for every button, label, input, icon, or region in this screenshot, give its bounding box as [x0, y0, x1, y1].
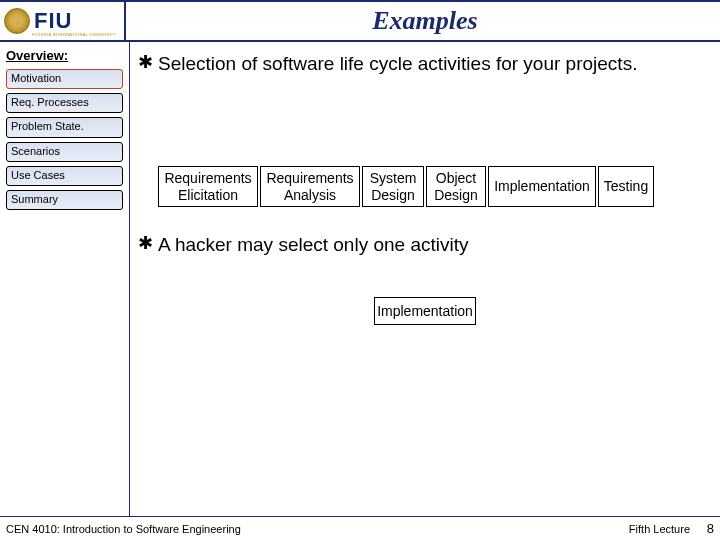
box-system-design: System Design [362, 166, 424, 208]
page-title: Examples [130, 6, 720, 36]
single-box-row: Implementation [138, 297, 712, 325]
bullet-icon: ✱ [138, 52, 158, 74]
body: Overview: Motivation Req. Processes Prob… [0, 42, 720, 516]
sidebar-item-problem-state[interactable]: Problem State. [6, 117, 123, 137]
header: FIU FLORIDA INTERNATIONAL UNIVERSITY Exa… [0, 0, 720, 42]
box-object-design: Object Design [426, 166, 486, 208]
bullet-icon: ✱ [138, 233, 158, 255]
box-req-elicitation: Requirements Elicitation [158, 166, 258, 208]
content: ✱ Selection of software life cycle activ… [130, 42, 720, 516]
bullet-row-1: ✱ Selection of software life cycle activ… [138, 52, 712, 76]
sidebar-item-summary[interactable]: Summary [6, 190, 123, 210]
sidebar-item-use-cases[interactable]: Use Cases [6, 166, 123, 186]
logo-subtext: FLORIDA INTERNATIONAL UNIVERSITY [32, 32, 117, 37]
university-seal-icon [4, 8, 30, 34]
activity-boxes-row: Requirements Elicitation Requirements An… [158, 166, 712, 208]
sidebar-title: Overview: [4, 48, 125, 63]
box-testing: Testing [598, 166, 654, 208]
header-divider [124, 2, 126, 40]
logo-area: FIU FLORIDA INTERNATIONAL UNIVERSITY [4, 8, 124, 34]
sidebar-item-req-processes[interactable]: Req. Processes [6, 93, 123, 113]
sidebar-item-scenarios[interactable]: Scenarios [6, 142, 123, 162]
box-req-analysis: Requirements Analysis [260, 166, 360, 208]
footer-right: Fifth Lecture [600, 523, 714, 535]
logo-text: FIU [34, 8, 72, 34]
sidebar-item-motivation[interactable]: Motivation [6, 69, 123, 89]
bullet-row-2: ✱ A hacker may select only one activity [138, 233, 712, 257]
footer-left: CEN 4010: Introduction to Software Engin… [6, 523, 600, 535]
footer: CEN 4010: Introduction to Software Engin… [0, 516, 720, 540]
box-implementation: Implementation [488, 166, 596, 208]
footer-page-number: 8 [707, 521, 714, 536]
bullet-text-1: Selection of software life cycle activit… [158, 52, 637, 76]
box-implementation-single: Implementation [374, 297, 476, 325]
bullet-text-2: A hacker may select only one activity [158, 233, 468, 257]
sidebar: Overview: Motivation Req. Processes Prob… [0, 42, 130, 516]
